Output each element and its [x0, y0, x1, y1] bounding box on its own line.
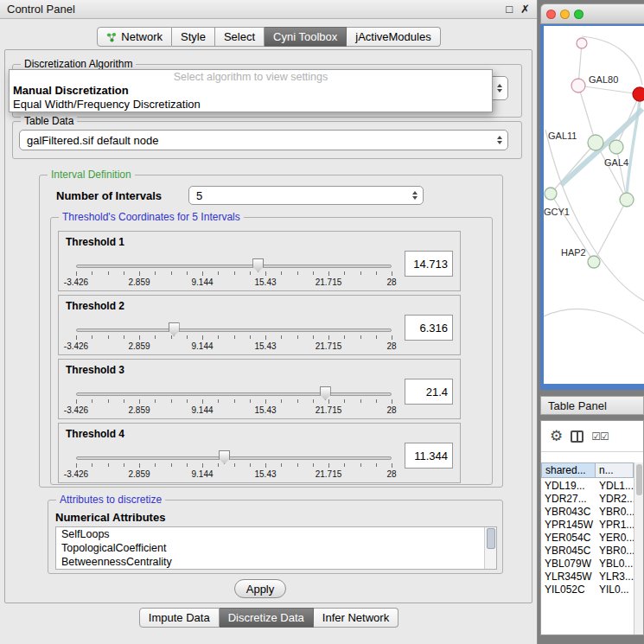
combo-value: galFiltered.sif default node	[27, 134, 158, 147]
network-node[interactable]	[571, 79, 585, 92]
node-label: GAL80	[589, 74, 618, 85]
dropdown-item-equal-width-frequency-discretization[interactable]: Equal Width/Frequency Discretization	[10, 98, 492, 112]
threshold-slider[interactable]: -3.4262.8599.14415.4321.71528	[76, 446, 392, 482]
slider-thumb[interactable]	[169, 322, 180, 336]
attributes-scrollbar[interactable]	[484, 527, 496, 569]
tick-mark	[155, 399, 156, 403]
tab-label: Network	[121, 30, 163, 43]
table-cell: YPR1...	[596, 519, 634, 532]
slider-track	[76, 328, 392, 332]
threshold-panel: Threshold 4-3.4262.8599.14415.4321.71528…	[58, 423, 461, 483]
select-columns-icon[interactable]: ☑☑	[591, 430, 609, 443]
table-row[interactable]: YBR045CYBR0...	[541, 545, 634, 558]
network-node[interactable]	[620, 193, 634, 207]
threshold-slider[interactable]: -3.4262.8599.14415.4321.71528	[76, 318, 392, 354]
table-cell: YBR045C	[541, 545, 596, 558]
table-row[interactable]: YPR145WYPR1...	[541, 519, 634, 532]
attribute-list-item[interactable]: SelfLoops	[56, 527, 496, 541]
table-row[interactable]: YIL052CYIL0...	[541, 583, 634, 596]
tick-mark	[250, 463, 251, 467]
threshold-slider[interactable]: -3.4262.8599.14415.4321.71528	[76, 382, 392, 418]
column-header[interactable]: shared...	[541, 462, 596, 478]
table-row[interactable]: YDL19...YDL1...	[541, 480, 634, 493]
tab-network[interactable]: Network	[97, 27, 172, 47]
scrollbar-thumb[interactable]	[487, 528, 495, 549]
tab-select[interactable]: Select	[215, 27, 265, 47]
dropdown-item-manual-discretization[interactable]: Manual Discretization	[10, 84, 492, 98]
table-row[interactable]: YBR043CYBR0...	[541, 506, 634, 519]
tick-mark	[297, 463, 298, 467]
threshold-slider[interactable]: -3.4262.8599.14415.4321.71528	[76, 254, 392, 290]
table-row[interactable]: YLR345WYLR3...	[541, 571, 634, 583]
network-node[interactable]	[577, 38, 587, 48]
table-cell: YDR27...	[541, 493, 596, 506]
tab-style[interactable]: Style	[172, 27, 215, 47]
tick-mark	[281, 271, 282, 275]
network-canvas[interactable]: GAL80GAL11GAL4GCY1HAP2	[544, 26, 644, 384]
attribute-list-item[interactable]: TopologicalCoefficient	[56, 541, 496, 555]
table-row[interactable]: YER054CYER0...	[541, 532, 634, 545]
tick-mark	[108, 463, 109, 467]
network-node[interactable]	[609, 140, 623, 154]
zoom-button[interactable]	[574, 10, 583, 19]
tick-mark	[92, 271, 92, 275]
network-node[interactable]	[588, 256, 600, 268]
network-icon	[106, 32, 117, 42]
tab-label: Impute Data	[149, 611, 210, 624]
scrollbar-thumb[interactable]	[636, 464, 642, 495]
tick-label: 15.43	[254, 277, 276, 287]
table-scrollbar[interactable]	[634, 462, 643, 634]
tick-mark	[344, 399, 345, 403]
tick-mark	[92, 463, 92, 467]
tab-jactivemodules[interactable]: jActiveModules	[347, 27, 440, 47]
tick-mark	[234, 399, 235, 403]
attributes-list[interactable]: SelfLoopsTopologicalCoefficientBetweenne…	[55, 526, 497, 570]
table-panel-title: Table Panel	[548, 399, 607, 412]
settings-icon[interactable]: ⚙	[550, 429, 563, 443]
table-cell: YER0...	[596, 532, 634, 545]
column-header[interactable]: n...	[596, 462, 634, 478]
slider-thumb[interactable]	[252, 258, 264, 272]
close-button[interactable]	[546, 10, 556, 19]
table-cell: YBR0...	[596, 506, 634, 519]
threshold-value-field[interactable]: 14.713	[405, 251, 453, 277]
close-icon[interactable]: ✗	[520, 3, 530, 16]
tick-label: 28	[386, 469, 396, 479]
tick-mark	[218, 335, 219, 339]
tab-infer-network[interactable]: Infer Network	[314, 608, 399, 628]
tab-impute-data[interactable]: Impute Data	[139, 608, 220, 628]
minimize-button[interactable]	[560, 10, 570, 19]
num-intervals-combobox[interactable]: 5	[188, 186, 424, 205]
tick-label: 9.144	[191, 469, 213, 479]
tick-mark	[202, 399, 203, 404]
threshold-value-field[interactable]: 6.316	[405, 315, 453, 341]
attribute-list-item[interactable]: BetweennessCentrality	[56, 555, 496, 569]
top-tab-bar: NetworkStyleSelectCyni ToolboxjActiveMod…	[0, 27, 538, 47]
combo-stepper-icon	[497, 84, 502, 92]
tick-label: 28	[386, 405, 396, 415]
group-label: Interval Definition	[48, 169, 135, 181]
network-node[interactable]	[545, 188, 557, 200]
network-node[interactable]	[588, 135, 603, 150]
dropdown-placeholder: Select algorithm to view settings	[10, 70, 492, 84]
float-window-icon[interactable]: □	[506, 3, 513, 16]
table-row[interactable]: YDR27...YDR2...	[541, 493, 634, 506]
table-cell: YDR2...	[596, 493, 634, 506]
attributes-group: Attributes to discretize Numerical Attri…	[48, 500, 503, 574]
tab-discretize-data[interactable]: Discretize Data	[220, 608, 314, 628]
columns-icon[interactable]	[571, 430, 583, 443]
threshold-panel: Threshold 3-3.4262.8599.14415.4321.71528…	[58, 359, 461, 419]
slider-thumb[interactable]	[320, 386, 331, 400]
tick-mark	[297, 335, 298, 339]
table-cell: YDL19...	[541, 480, 596, 493]
threshold-value-field[interactable]: 11.344	[405, 443, 453, 469]
table-data-combobox[interactable]: galFiltered.sif default node	[19, 130, 508, 150]
table-row[interactable]: YBL079WYBL0...	[541, 558, 634, 571]
combo-value: 5	[196, 189, 202, 202]
threshold-value-field[interactable]: 21.4	[405, 379, 453, 405]
tab-cyni-toolbox[interactable]: Cyni Toolbox	[265, 27, 347, 47]
tick-mark	[124, 399, 124, 403]
apply-button[interactable]: Apply	[234, 579, 286, 598]
network-node[interactable]	[633, 87, 644, 101]
slider-thumb[interactable]	[219, 450, 230, 464]
